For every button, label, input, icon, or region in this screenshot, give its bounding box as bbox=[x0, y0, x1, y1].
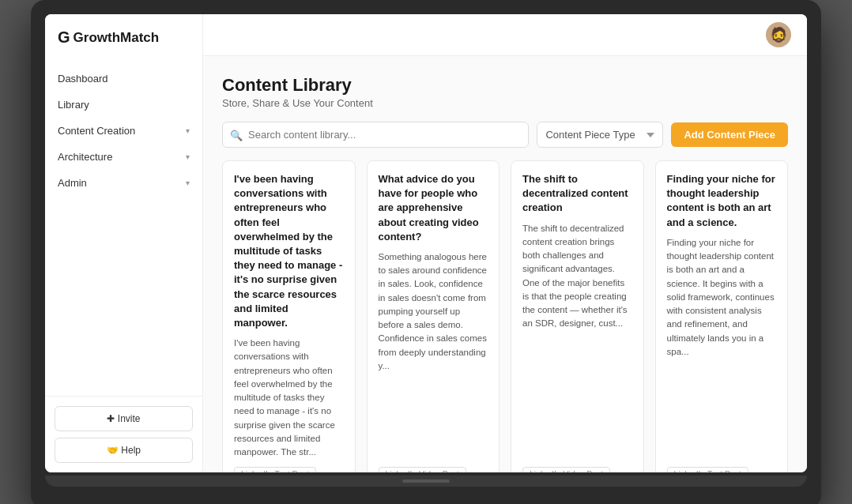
card-title-0: I've been having conversations with entr… bbox=[234, 172, 344, 330]
main-content: 🧔 Content Library Store, Share & Use You… bbox=[203, 14, 807, 472]
sidebar-bottom: ✚ Invite 🤝 Help bbox=[45, 396, 202, 472]
card-body-1: Something analogous here to sales around… bbox=[379, 250, 488, 459]
card-title-2: The shift to decentralized content creat… bbox=[522, 172, 632, 216]
cards-grid: I've been having conversations with entr… bbox=[222, 160, 788, 472]
page-title: Content Library bbox=[222, 75, 788, 96]
sidebar: G GrowthMatch Dashboard Library Content … bbox=[45, 14, 203, 472]
search-input[interactable] bbox=[222, 122, 529, 148]
search-icon: 🔍 bbox=[230, 129, 243, 141]
content-card-2[interactable]: The shift to decentralized content creat… bbox=[511, 160, 644, 472]
search-box: 🔍 bbox=[222, 122, 529, 148]
card-title-1: What advice do you have for people who a… bbox=[379, 172, 488, 244]
chevron-down-icon: ▾ bbox=[186, 152, 190, 161]
content-card-1[interactable]: What advice do you have for people who a… bbox=[367, 160, 500, 472]
card-body-0: I've been having conversations with entr… bbox=[234, 337, 344, 459]
card-tag-2: LinkedIn Video Post bbox=[522, 467, 610, 472]
chevron-down-icon: ▾ bbox=[186, 179, 190, 187]
content-type-filter[interactable]: Content Piece Type LinkedIn Text Post Li… bbox=[537, 122, 663, 148]
sidebar-item-content-creation[interactable]: Content Creation ▾ bbox=[45, 118, 202, 144]
card-body-2: The shift to decentralized content creat… bbox=[522, 222, 632, 460]
card-tag-1: LinkedIn Video Post bbox=[379, 467, 466, 472]
sidebar-item-architecture[interactable]: Architecture ▾ bbox=[45, 144, 202, 170]
card-body-3: Finding your niche for thought leadershi… bbox=[667, 236, 777, 460]
content-area: Content Library Store, Share & Use Your … bbox=[203, 56, 807, 472]
avatar: 🧔 bbox=[766, 22, 791, 47]
chevron-down-icon: ▾ bbox=[186, 126, 190, 135]
sidebar-item-dashboard[interactable]: Dashboard bbox=[45, 66, 202, 92]
laptop-notch bbox=[402, 480, 450, 483]
help-button[interactable]: 🤝 Help bbox=[55, 438, 193, 463]
logo-text: GrowthMatch bbox=[74, 30, 160, 46]
card-tag-0: LinkedIn Text Post bbox=[234, 467, 316, 472]
add-content-piece-button[interactable]: Add Content Piece bbox=[671, 122, 788, 147]
page-subtitle: Store, Share & Use Your Content bbox=[222, 97, 788, 109]
invite-button[interactable]: ✚ Invite bbox=[55, 406, 193, 431]
content-card-0[interactable]: I've been having conversations with entr… bbox=[222, 160, 356, 472]
page-header: Content Library Store, Share & Use Your … bbox=[222, 75, 788, 109]
sidebar-item-admin[interactable]: Admin ▾ bbox=[45, 170, 202, 196]
card-title-3: Finding your niche for thought leadershi… bbox=[667, 172, 777, 230]
topbar: 🧔 bbox=[203, 14, 807, 56]
sidebar-nav: Dashboard Library Content Creation ▾ Arc… bbox=[45, 59, 202, 396]
toolbar: 🔍 Content Piece Type LinkedIn Text Post … bbox=[222, 122, 788, 148]
sidebar-item-library[interactable]: Library bbox=[45, 92, 202, 118]
content-card-3[interactable]: Finding your niche for thought leadershi… bbox=[655, 160, 789, 472]
card-tag-3: LinkedIn Text Post bbox=[667, 467, 749, 472]
app-logo: G GrowthMatch bbox=[45, 14, 202, 59]
